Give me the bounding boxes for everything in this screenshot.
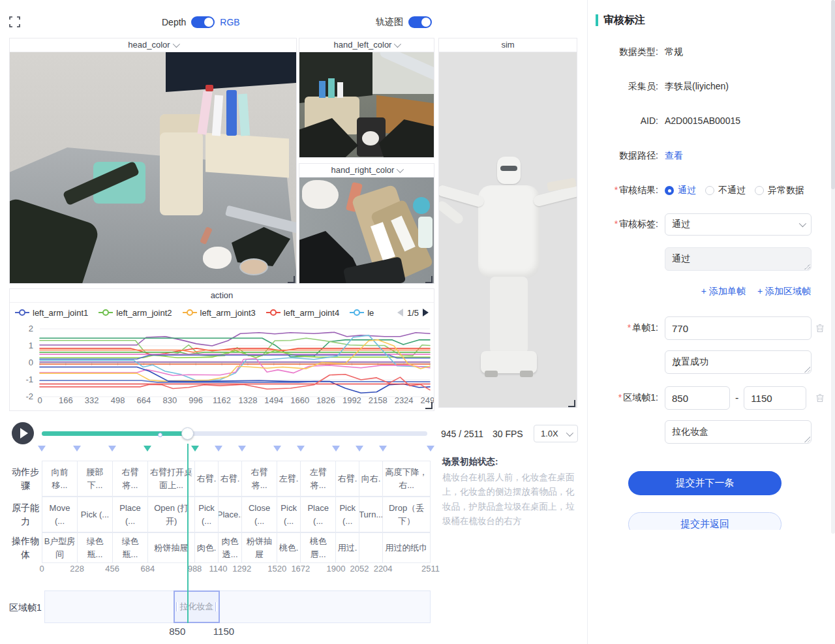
boundary-marker[interactable] bbox=[73, 446, 81, 452]
head-camera-header[interactable]: head_color bbox=[10, 38, 296, 52]
table-cell[interactable]: Close (... bbox=[242, 497, 277, 532]
add-region-frame-link[interactable]: + 添加区域帧 bbox=[757, 286, 811, 298]
boundary-marker[interactable] bbox=[144, 446, 151, 452]
table-cell[interactable]: Pick (... bbox=[78, 497, 113, 532]
review-tag-comment[interactable]: 通过 bbox=[665, 247, 812, 271]
boundary-marker[interactable] bbox=[379, 446, 387, 452]
table-cell[interactable]: 右臂将... bbox=[113, 461, 148, 497]
robot-column-shape bbox=[490, 277, 528, 354]
scrollbar-thumb[interactable] bbox=[831, 0, 835, 189]
data-path-view-link[interactable]: 查看 bbox=[665, 150, 683, 162]
legend-item[interactable]: left_arm_joint3 bbox=[183, 308, 256, 318]
legend-next-icon[interactable] bbox=[423, 309, 429, 316]
legend-item[interactable]: le bbox=[350, 308, 374, 318]
table-cell[interactable]: 右臂. bbox=[219, 461, 242, 497]
table-cell[interactable]: Pick (... bbox=[336, 497, 359, 532]
submit-return-button[interactable]: 提交并返回 bbox=[628, 512, 782, 530]
table-cell[interactable]: Place (... bbox=[113, 497, 148, 532]
fullscreen-icon[interactable] bbox=[9, 16, 20, 27]
chart-canvas bbox=[10, 322, 434, 403]
review-result-radio[interactable]: 不通过 bbox=[705, 185, 746, 196]
boundary-marker[interactable] bbox=[273, 446, 281, 452]
table-cell[interactable]: 右臂将... bbox=[242, 461, 277, 497]
add-single-frame-link[interactable]: + 添加单帧 bbox=[701, 286, 746, 298]
boundary-marker[interactable] bbox=[332, 446, 340, 452]
region-frame-end-input[interactable] bbox=[744, 386, 806, 410]
radio-label: 不通过 bbox=[718, 185, 746, 196]
table-cell[interactable]: Place.. bbox=[219, 497, 242, 532]
resize-corner-icon[interactable] bbox=[568, 400, 575, 407]
table-cell[interactable]: 左臂将... bbox=[301, 461, 336, 497]
boundary-marker[interactable] bbox=[427, 446, 434, 452]
table-cell[interactable]: Pick (... bbox=[277, 497, 301, 532]
resize-corner-icon[interactable] bbox=[288, 276, 295, 283]
table-cell[interactable]: 向前移... bbox=[42, 461, 78, 497]
resize-corner-icon[interactable] bbox=[425, 276, 433, 283]
hand-right-camera-panel: hand_right_color bbox=[299, 163, 434, 284]
play-button[interactable] bbox=[12, 422, 34, 444]
table-cell[interactable]: 用过. bbox=[336, 533, 359, 563]
table-cell[interactable]: 高度下降，右... bbox=[383, 461, 431, 497]
table-cell[interactable]: Pick (... bbox=[195, 497, 219, 532]
table-cell[interactable]: 粉饼抽屉 bbox=[242, 533, 277, 563]
table-cell[interactable]: 肉色透... bbox=[219, 533, 242, 563]
timeline-slider-handle[interactable] bbox=[181, 427, 194, 440]
region-segment[interactable]: 拉化妆盒 bbox=[174, 590, 220, 623]
table-cell[interactable]: 右臂. bbox=[336, 461, 359, 497]
playback-speed-select[interactable]: 1.0X bbox=[534, 425, 578, 442]
table-cell[interactable] bbox=[359, 533, 383, 563]
table-cell[interactable]: Place (... bbox=[301, 497, 336, 532]
depth-rgb-toggle[interactable] bbox=[191, 16, 215, 28]
review-tag-select[interactable]: 通过 bbox=[665, 213, 812, 236]
legend-item[interactable]: left_arm_joint1 bbox=[15, 308, 88, 318]
table-cell[interactable]: Move (... bbox=[42, 497, 78, 532]
table-cell[interactable]: 桃色. bbox=[277, 533, 301, 563]
data-path-row: 数据路径: 查看 bbox=[588, 150, 830, 162]
chevron-down-icon bbox=[397, 166, 404, 173]
boundary-marker[interactable] bbox=[108, 446, 116, 452]
panel-scrollbar[interactable] bbox=[831, 0, 835, 534]
table-cell[interactable]: 向右. bbox=[359, 461, 383, 497]
review-result-radio[interactable]: 通过 bbox=[665, 185, 696, 196]
submit-next-button[interactable]: 提交并下一条 bbox=[628, 471, 782, 495]
table-cell[interactable]: 用过的纸巾 bbox=[383, 533, 431, 563]
resize-corner-icon[interactable] bbox=[425, 402, 433, 409]
table-cell[interactable]: 左臂. bbox=[277, 461, 301, 497]
hand-right-camera-header[interactable]: hand_right_color bbox=[299, 164, 434, 177]
table-cell[interactable]: 肉色. bbox=[195, 533, 219, 563]
table-cell[interactable]: B户型房间 bbox=[42, 533, 78, 563]
legend-page-indicator: 1/5 bbox=[407, 308, 419, 318]
legend-label: left_arm_joint2 bbox=[116, 308, 172, 318]
table-cell[interactable]: Turn... bbox=[359, 497, 383, 532]
boundary-marker[interactable] bbox=[38, 446, 46, 452]
delete-region-frame-icon[interactable] bbox=[815, 393, 825, 403]
legend-item[interactable]: left_arm_joint2 bbox=[99, 308, 172, 318]
table-cell[interactable]: 绿色瓶... bbox=[113, 533, 148, 563]
delete-single-frame-icon[interactable] bbox=[815, 323, 825, 333]
legend-items: left_arm_joint1left_arm_joint2left_arm_j… bbox=[15, 308, 387, 318]
table-cell[interactable]: 桃色唇... bbox=[301, 533, 336, 563]
single-frame-comment[interactable]: 放置成功 bbox=[665, 350, 812, 374]
table-cell[interactable]: Drop（丢下） bbox=[383, 497, 431, 532]
boundary-marker[interactable] bbox=[191, 446, 199, 452]
legend-prev-icon[interactable] bbox=[397, 309, 403, 316]
review-panel: 审核标注 数据类型: 常规 采集员: 李轶晨(liyichen) AID: A2… bbox=[587, 0, 835, 644]
table-cell[interactable]: 腰部下... bbox=[78, 461, 113, 497]
boundary-marker[interactable] bbox=[238, 446, 246, 452]
single-frame-input[interactable] bbox=[665, 316, 812, 340]
playhead-line[interactable] bbox=[187, 444, 189, 623]
boundary-marker[interactable] bbox=[215, 446, 222, 452]
legend-item[interactable]: left_arm_joint4 bbox=[266, 308, 339, 318]
boundary-marker[interactable] bbox=[356, 446, 363, 452]
review-result-radio[interactable]: 异常数据 bbox=[755, 185, 804, 196]
hand-left-camera-header[interactable]: hand_left_color bbox=[299, 38, 434, 52]
trajectory-toggle[interactable] bbox=[408, 16, 432, 28]
radio-label: 通过 bbox=[678, 185, 696, 196]
table-cell[interactable]: 右臂. bbox=[195, 461, 219, 497]
region-frame-comment[interactable]: 拉化妆盒 bbox=[665, 420, 812, 444]
region-frame-start-input[interactable] bbox=[665, 386, 730, 410]
table-cell[interactable]: 绿色瓶... bbox=[78, 533, 113, 563]
frame-axis-tick: 0 bbox=[39, 564, 44, 574]
boundary-marker[interactable] bbox=[297, 446, 305, 452]
scene-text: 梳妆台在机器人前，化妆盒在桌面上，化妆盒的侧边摆放着物品，化妆品，护肤品盒垃圾在… bbox=[442, 470, 581, 529]
